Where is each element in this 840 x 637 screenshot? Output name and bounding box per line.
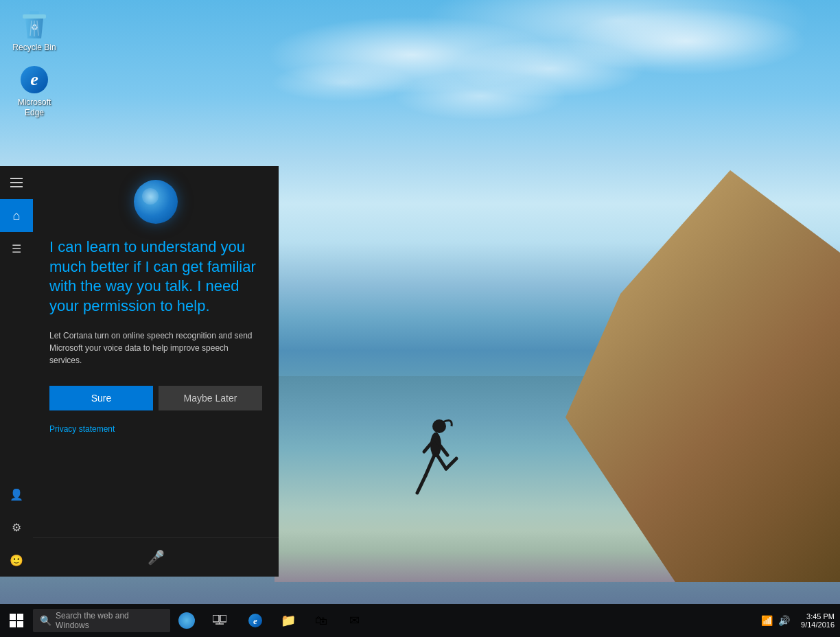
taskbar-mail-icon: ✉ bbox=[349, 613, 360, 628]
svg-rect-18 bbox=[10, 621, 16, 627]
cortana-logo bbox=[134, 180, 178, 224]
taskbar-store-app[interactable]: 🛍 bbox=[305, 604, 338, 637]
privacy-statement-link[interactable]: Privacy statement bbox=[49, 424, 115, 434]
edge-image: e bbox=[19, 65, 49, 95]
start-button[interactable] bbox=[0, 604, 33, 637]
edge-desktop-icon[interactable]: e Microsoft Edge bbox=[7, 62, 62, 120]
svg-rect-8 bbox=[30, 11, 39, 14]
feedback-icon: 🙂 bbox=[10, 554, 23, 567]
taskbar: 🔍 Search the web and Windows e bbox=[0, 604, 840, 637]
taskbar-search-bar[interactable]: 🔍 Search the web and Windows bbox=[33, 609, 170, 632]
recycle-bin-label: Recycle Bin bbox=[12, 43, 56, 52]
taskbar-edge-app[interactable]: e bbox=[239, 604, 272, 637]
settings-icon: ⚙ bbox=[12, 521, 21, 534]
tray-network-icon[interactable]: 📶 bbox=[761, 615, 773, 626]
tray-volume-icon[interactable]: 🔊 bbox=[778, 615, 790, 626]
edge-label: Microsoft Edge bbox=[10, 97, 59, 117]
sidebar-user-button[interactable]: 👤 bbox=[0, 478, 33, 511]
taskbar-file-explorer-app[interactable]: 📁 bbox=[272, 604, 305, 637]
recycle-bin-image: ♻ bbox=[19, 10, 49, 40]
taskbar-time: 3:45 PM bbox=[806, 612, 835, 621]
svg-rect-20 bbox=[213, 615, 219, 622]
user-icon: 👤 bbox=[10, 488, 23, 501]
microphone-icon[interactable]: 🎤 bbox=[148, 549, 165, 566]
sidebar-hamburger-button[interactable] bbox=[0, 166, 33, 199]
taskbar-search-icon: 🔍 bbox=[40, 615, 51, 626]
sidebar-bottom: 👤 ⚙ 🙂 bbox=[0, 478, 33, 577]
sidebar-spacer bbox=[0, 265, 33, 478]
home-icon: ⌂ bbox=[13, 209, 21, 223]
desktop-icons-area: ♻ Recycle Bin e bbox=[7, 7, 62, 120]
cortana-description: Let Cortana turn on online speech recogn… bbox=[49, 329, 262, 367]
taskbar-file-explorer-icon: 📁 bbox=[281, 613, 296, 628]
taskbar-tray: 📶 🔊 bbox=[756, 615, 795, 626]
edge-svg: e bbox=[19, 65, 49, 95]
taskbar-store-icon: 🛍 bbox=[315, 614, 327, 628]
docs-icon: ☰ bbox=[12, 242, 21, 255]
sidebar-docs-button[interactable]: ☰ bbox=[0, 232, 33, 265]
taskbar-clock[interactable]: 3:45 PM 9/14/2016 bbox=[795, 612, 840, 629]
svg-rect-21 bbox=[220, 615, 226, 622]
cortana-logo-area bbox=[49, 180, 262, 224]
runner-silhouette bbox=[412, 414, 460, 517]
sidebar-home-button[interactable]: ⌂ bbox=[0, 199, 33, 232]
svg-line-7 bbox=[446, 459, 456, 469]
sidebar-feedback-button[interactable]: 🙂 bbox=[0, 544, 33, 577]
hamburger-icon bbox=[10, 178, 23, 187]
svg-rect-19 bbox=[17, 621, 23, 627]
svg-text:e: e bbox=[253, 616, 257, 626]
task-view-icon bbox=[213, 615, 226, 626]
sidebar-settings-button[interactable]: ⚙ bbox=[0, 511, 33, 544]
maybe-later-button[interactable]: Maybe Later bbox=[159, 386, 262, 410]
cortana-panel: I can learn to understand you much bette… bbox=[33, 166, 279, 577]
taskbar-date: 9/14/2016 bbox=[801, 621, 835, 629]
cortana-mic-area: 🎤 bbox=[33, 537, 279, 577]
taskbar-edge-icon: e bbox=[248, 613, 263, 628]
svg-line-5 bbox=[417, 476, 425, 493]
cortana-content: I can learn to understand you much bette… bbox=[33, 166, 279, 537]
cortana-buttons: Sure Maybe Later bbox=[49, 386, 262, 410]
svg-rect-17 bbox=[17, 614, 23, 620]
windows-logo-icon bbox=[10, 614, 23, 627]
svg-rect-9 bbox=[23, 14, 46, 19]
recycle-bin-icon[interactable]: ♻ Recycle Bin bbox=[7, 7, 62, 55]
taskbar-task-view-button[interactable] bbox=[203, 604, 236, 637]
taskbar-cortana-button[interactable] bbox=[170, 604, 203, 637]
cortana-heading: I can learn to understand you much bette… bbox=[49, 238, 262, 316]
taskbar-cortana-icon bbox=[178, 612, 195, 629]
recycle-bin-svg: ♻ bbox=[21, 10, 48, 40]
start-sidebar: ⌂ ☰ 👤 ⚙ 🙂 bbox=[0, 166, 33, 577]
taskbar-pinned-apps: e 📁 🛍 ✉ bbox=[239, 604, 371, 637]
taskbar-mail-app[interactable]: ✉ bbox=[338, 604, 371, 637]
svg-line-4 bbox=[425, 455, 434, 476]
svg-rect-16 bbox=[10, 614, 16, 620]
svg-text:e: e bbox=[30, 69, 38, 89]
sure-button[interactable]: Sure bbox=[49, 386, 153, 410]
taskbar-search-placeholder: Search the web and Windows bbox=[56, 611, 163, 630]
svg-line-6 bbox=[437, 455, 446, 469]
